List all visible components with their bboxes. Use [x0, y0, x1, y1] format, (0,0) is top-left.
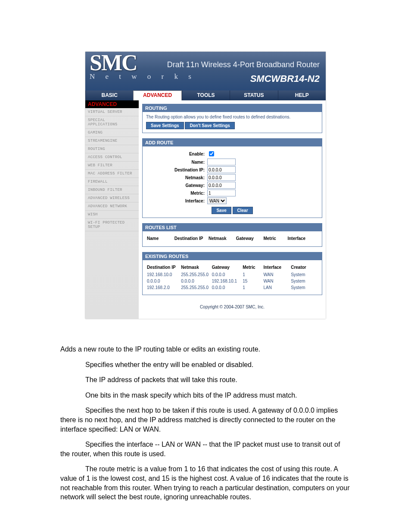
label-metric: Metric:: [146, 191, 207, 196]
documentation-text: Adds a new route to the IP routing table…: [0, 345, 411, 532]
logo-subtitle: N e t w o r k s: [90, 72, 196, 81]
ecol-netmask: Netmask: [181, 264, 211, 271]
sidebar-item-virtual-server[interactable]: VIRTUAL SERVER: [85, 108, 139, 116]
doc-para-destip: The IP address of packets that will take…: [60, 375, 351, 385]
doc-para-enable: Specifies whether the entry will be enab…: [60, 360, 351, 370]
ecol-destip: Destination IP: [147, 264, 180, 271]
sidebar-item-special-apps[interactable]: SPECIAL APPLICATIONS: [85, 116, 139, 129]
sidebar-item-adv-wireless[interactable]: ADVANCED WIRELESS: [85, 194, 139, 202]
routes-list-panel: ROUTES LIST Name Destination IP Netmask …: [142, 223, 322, 247]
sidebar-item-mac-filter[interactable]: MAC ADDRESS FILTER: [85, 170, 139, 178]
add-route-title: ADD ROUTE: [143, 139, 322, 146]
sidebar-heading: ADVANCED: [85, 100, 139, 108]
label-name: Name:: [146, 160, 207, 165]
clear-route-button[interactable]: Clear: [233, 207, 253, 214]
sidebar-item-firewall[interactable]: FIREWALL: [85, 178, 139, 186]
sidebar-item-routing[interactable]: ROUTING: [85, 145, 139, 153]
sidebar-item-streamengine[interactable]: STREAMENGINE: [85, 137, 139, 145]
enable-checkbox[interactable]: [209, 151, 214, 156]
sidebar-item-wps[interactable]: WI-FI PROTECTED SETUP: [85, 219, 139, 231]
main-content: ROUTING The Routing option allows you to…: [139, 100, 326, 319]
col-metric: Metric: [263, 235, 286, 242]
doc-para-add: Adds a new route to the IP routing table…: [60, 345, 351, 354]
gateway-input[interactable]: [207, 182, 236, 189]
doc-para-gateway: Specifies the next hop to be taken if th…: [60, 406, 351, 434]
name-input[interactable]: [207, 159, 236, 165]
sidebar-item-adv-network[interactable]: ADVANCED NETWORK: [85, 202, 139, 211]
col-netmask: Netmask: [209, 235, 235, 242]
copyright: Copyright © 2004-2007 SMC, Inc.: [142, 300, 322, 314]
col-interface: Interface: [287, 235, 318, 242]
table-row: 0.0.0.0 0.0.0.0 192.168.10.1 15 WAN Syst…: [147, 278, 318, 284]
col-destip: Destination IP: [174, 235, 208, 242]
metric-input[interactable]: [207, 190, 236, 196]
routing-panel: ROUTING The Routing option allows you to…: [142, 104, 322, 133]
ecol-creator: Creator: [291, 264, 318, 271]
label-netmask: Netmask:: [146, 175, 207, 180]
routes-list-title: ROUTES LIST: [143, 224, 322, 231]
dont-save-settings-button[interactable]: Don't Save Settings: [185, 122, 235, 129]
tab-basic[interactable]: BASIC: [85, 90, 133, 100]
label-destip: Destination IP:: [146, 168, 207, 172]
netmask-input[interactable]: [207, 174, 236, 181]
save-route-button[interactable]: Save: [212, 207, 231, 214]
add-route-panel: ADD ROUTE Enable: Name: Destination IP:: [142, 138, 322, 218]
ecol-metric: Metric: [243, 264, 262, 271]
table-row: 192.168.10.0 255.255.255.0 0.0.0.0 1 WAN…: [147, 272, 318, 277]
ecol-iface: Interface: [263, 264, 290, 271]
label-interface: Interface:: [146, 199, 207, 203]
ecol-gateway: Gateway: [212, 264, 242, 271]
routing-description: The Routing option allows you to define …: [146, 115, 318, 119]
sidebar-item-access-control[interactable]: ACCESS CONTROL: [85, 153, 139, 162]
save-settings-button[interactable]: Save Settings: [146, 122, 184, 129]
sidebar-item-inbound-filter[interactable]: INBOUND FILTER: [85, 186, 139, 194]
existing-routes-panel: EXISTING ROUTES Destination IP Netmask G…: [142, 252, 322, 295]
col-name: Name: [147, 235, 174, 242]
label-enable: Enable:: [146, 152, 207, 156]
interface-select[interactable]: WAN: [207, 197, 227, 204]
sidebar-item-wish[interactable]: WISH: [85, 211, 139, 219]
col-gateway: Gateway: [236, 235, 263, 242]
sidebar-item-web-filter[interactable]: WEB FILTER: [85, 162, 139, 170]
label-gateway: Gateway:: [146, 183, 207, 188]
doc-para-netmask: One bits in the mask specify which bits …: [60, 391, 351, 400]
destip-input[interactable]: [207, 166, 236, 173]
tab-advanced[interactable]: ADVANCED: [133, 90, 181, 100]
tab-tools[interactable]: TOOLS: [182, 90, 230, 100]
sidebar: ADVANCED VIRTUAL SERVER SPECIAL APPLICAT…: [85, 100, 139, 319]
tab-help[interactable]: HELP: [278, 90, 326, 100]
banner-title: Draft 11n Wireless 4-Port Broadband Rout…: [167, 60, 320, 69]
doc-para-metric: The route metric is a value from 1 to 16…: [60, 464, 351, 501]
sidebar-item-gaming[interactable]: GAMING: [85, 129, 139, 137]
tab-status[interactable]: STATUS: [230, 90, 277, 100]
header-banner: SMC N e t w o r k s Draft 11n Wireless 4…: [85, 52, 326, 90]
router-admin-screenshot: SMC N e t w o r k s Draft 11n Wireless 4…: [85, 52, 326, 319]
routing-panel-title: ROUTING: [143, 104, 322, 112]
table-row: 192.168.2.0 255.255.255.0 0.0.0.0 1 LAN …: [147, 285, 318, 290]
existing-routes-title: EXISTING ROUTES: [143, 252, 322, 260]
doc-para-interface: Specifies the interface -- LAN or WAN --…: [60, 440, 351, 458]
top-nav: BASIC ADVANCED TOOLS STATUS HELP: [85, 90, 326, 100]
banner-model: SMCWBR14-N2: [250, 73, 320, 84]
